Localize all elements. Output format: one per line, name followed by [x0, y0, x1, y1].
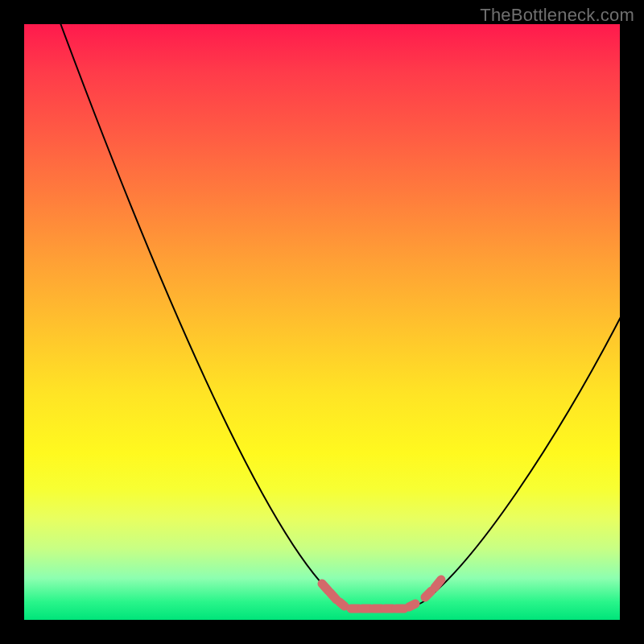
marker-segment — [425, 591, 431, 597]
plot-area — [24, 24, 620, 620]
marker-segment — [330, 592, 336, 600]
bottleneck-curve — [55, 8, 621, 609]
chart-frame: TheBottleneck.com — [0, 0, 644, 644]
chart-svg — [24, 24, 620, 620]
marker-group — [322, 580, 441, 609]
marker-segment — [340, 602, 345, 606]
watermark-text: TheBottleneck.com — [480, 5, 634, 26]
marker-segment — [409, 604, 415, 607]
marker-segment — [435, 580, 441, 588]
